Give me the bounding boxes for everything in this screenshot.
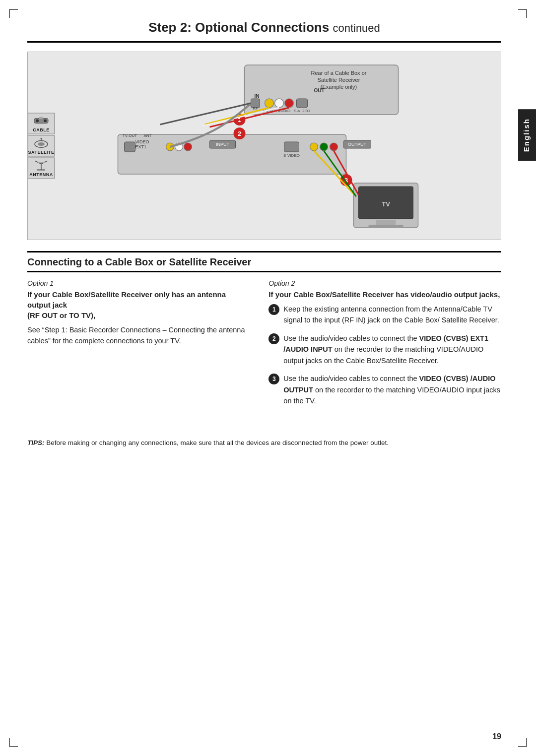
svg-text:OUT: OUT (314, 88, 325, 93)
diagram-box: CABLE SATELLITE (27, 52, 501, 240)
option2-bullet-3-text: Use the audio/video cables to connect th… (283, 373, 501, 406)
connection-diagram: Rear of a Cable Box or Satellite Receive… (35, 60, 494, 234)
svg-point-40 (330, 143, 338, 151)
tips-label: TIPS: (27, 439, 45, 446)
svg-point-2 (36, 120, 39, 123)
svg-rect-26 (297, 99, 308, 108)
svg-text:TV: TV (382, 200, 390, 208)
svg-point-38 (310, 143, 318, 151)
option2-bullet-2: 2 Use the audio/video cables to connect … (268, 333, 501, 366)
option2-bullet-1: 1 Keep the existing antenna connection f… (268, 304, 501, 326)
svg-rect-54 (369, 225, 403, 228)
svg-point-5 (38, 142, 45, 146)
svg-rect-43 (284, 142, 299, 152)
svg-point-7 (41, 138, 42, 139)
option2-column: Option 2 If your Cable Box/Satellite Rec… (268, 279, 501, 414)
side-icons-panel: CABLE SATELLITE (28, 113, 55, 179)
section-title: Connecting to a Cable Box or Satellite R… (27, 251, 501, 272)
svg-text:Satellite Receiver: Satellite Receiver (318, 77, 360, 83)
option1-heading: If your Cable Box/Satellite Receiver onl… (27, 289, 249, 320)
corner-mark-bl (9, 738, 18, 747)
option1-label: Option 1 (27, 279, 249, 287)
svg-text:S-VIDEO: S-VIDEO (294, 109, 310, 113)
option2-bullet-3: 3 Use the audio/video cables to connect … (268, 373, 501, 406)
svg-text:INPUT: INPUT (216, 142, 230, 147)
svg-text:OUTPUT: OUTPUT (348, 142, 367, 147)
satellite-icon-box: SATELLITE (28, 135, 55, 157)
bullet-number-2: 2 (268, 333, 279, 344)
option2-label: Option 2 (268, 279, 501, 287)
svg-text:VIDEO: VIDEO (135, 139, 149, 144)
antenna-icon (33, 160, 49, 171)
two-column-layout: Option 1 If your Cable Box/Satellite Rec… (27, 279, 501, 414)
svg-text:RF: RF (253, 106, 258, 111)
corner-mark-br (518, 738, 527, 747)
svg-text:Rear of a Cable Box or: Rear of a Cable Box or (311, 70, 367, 76)
cable-icon (33, 116, 49, 126)
bullet-number-3: 3 (268, 374, 279, 384)
svg-text:S-VIDEO: S-VIDEO (283, 153, 300, 158)
svg-text:IN: IN (255, 93, 260, 99)
svg-point-24 (285, 99, 294, 108)
corner-mark-tr (518, 9, 527, 18)
svg-rect-53 (376, 220, 396, 225)
svg-point-23 (275, 99, 284, 108)
option2-bullet-2-text: Use the audio/video cables to connect th… (283, 333, 501, 366)
option2-bullet-1-text: Keep the existing antenna connection fro… (283, 304, 501, 326)
option2-heading: If your Cable Box/Satellite Receiver has… (268, 289, 501, 300)
svg-text:(Example only): (Example only) (321, 84, 357, 90)
page-title: Step 2: Optional Connections continued (27, 20, 501, 43)
svg-point-35 (184, 143, 192, 151)
corner-mark-tl (9, 9, 18, 18)
svg-text:EXT1: EXT1 (135, 144, 147, 149)
svg-point-39 (320, 143, 328, 151)
cable-icon-box: CABLE (28, 113, 55, 134)
svg-rect-45 (125, 142, 135, 152)
svg-text:2: 2 (238, 130, 241, 137)
svg-text:ANT: ANT (144, 133, 152, 138)
svg-rect-1 (39, 117, 43, 119)
tips-section: TIPS: Before making or changing any conn… (27, 434, 501, 448)
option1-body: See “Step 1: Basic Recorder Connections … (27, 324, 249, 347)
english-tab: English (518, 109, 536, 161)
svg-point-3 (44, 120, 47, 123)
option2-bullet-list: 1 Keep the existing antenna connection f… (268, 304, 501, 407)
bullet-number-1: 1 (268, 304, 279, 315)
option1-column: Option 1 If your Cable Box/Satellite Rec… (27, 279, 249, 414)
svg-point-21 (265, 99, 274, 108)
svg-text:TV-OUT: TV-OUT (123, 133, 137, 138)
antenna-icon-box: ANTENNA (28, 158, 55, 179)
page-number: 19 (492, 732, 501, 741)
satellite-icon (33, 138, 49, 149)
tips-text: Before making or changing any connection… (46, 439, 389, 446)
